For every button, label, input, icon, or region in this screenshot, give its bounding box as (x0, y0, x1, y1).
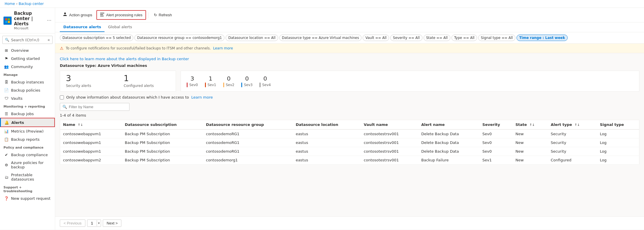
more-options-icon[interactable]: ··· (47, 18, 51, 23)
col-state: State ↑↓ (512, 120, 548, 130)
sidebar-item-metrics[interactable]: 📊 Metrics (Preview) (0, 127, 55, 135)
filter-input-box[interactable]: 🔍 (60, 103, 129, 111)
tab-datasource-alerts[interactable]: Datasource alerts (60, 22, 105, 32)
configured-alerts-card[interactable]: 1 Configured alerts (118, 71, 176, 92)
sidebar-item-backup-compliance[interactable]: ✔ Backup compliance (0, 151, 55, 159)
filter-chip-type[interactable]: Type == All (451, 35, 477, 41)
sort-alert-type-icon[interactable]: ↑↓ (575, 123, 580, 127)
col-resource-group: Datasource resource group (203, 120, 293, 130)
sort-name-icon[interactable]: ↑↓ (78, 123, 83, 127)
access-learn-more[interactable]: Learn more (191, 95, 213, 99)
sort-state-icon[interactable]: ↑↓ (529, 123, 535, 127)
sidebar-item-protectable-datasources[interactable]: 🗂 Protectable datasources (0, 171, 55, 183)
page-chevron[interactable]: ▾ (97, 220, 101, 226)
security-alerts-card[interactable]: 3 Security alerts (60, 71, 118, 92)
sev1-label: Sev1 (208, 83, 216, 87)
info-banner: ⚠ To configure notifications for success… (55, 44, 644, 53)
cell-name: contosowebappvm2 (60, 156, 122, 165)
policy-section-label: Policy and compliance (0, 143, 55, 151)
table-row[interactable]: contosowebappvm2Backup PM Subscriptionco… (60, 156, 639, 165)
sidebar-item-alerts[interactable]: 🔔 Alerts (0, 118, 55, 127)
app-logo (3, 17, 12, 25)
svg-rect-5 (100, 14, 103, 15)
tab-global-alerts[interactable]: Global alerts (105, 22, 135, 32)
sev3-item[interactable]: 0 Sev3 (241, 75, 253, 87)
sev3-count: 0 (245, 75, 249, 82)
sev2-item[interactable]: 0 Sev2 (223, 75, 235, 87)
sidebar-item-label: New support request (11, 196, 51, 201)
check-icon: ✔ (4, 152, 9, 157)
alert-processing-label: Alert processing rules (106, 13, 143, 17)
sev2-bar (223, 83, 224, 87)
filter-chip-resource-group[interactable]: Datasource resource group == contosodemo… (134, 35, 224, 41)
filter-chip-severity[interactable]: Severity == All (390, 35, 422, 41)
sidebar-item-backup-policies[interactable]: 📄 Backup policies (0, 86, 55, 94)
sidebar-item-label: Backup policies (11, 88, 40, 92)
sidebar-title-block: Backup center | Alerts Microsoft (14, 11, 45, 30)
search-box[interactable]: 🔍 Search (Ctrl+/) « (2, 36, 53, 44)
page-title: Backup center | Alerts (14, 11, 45, 26)
collapse-icon[interactable]: « (47, 38, 50, 42)
table-row[interactable]: contosowebappvm1Backup PM Subscriptionco… (60, 147, 639, 156)
sev4-label: Sev4 (262, 83, 271, 87)
filter-chip-time-range[interactable]: Time range : Last week (517, 35, 568, 41)
sidebar-item-label: Azure policies for backup (11, 161, 51, 169)
cell-state: New (512, 138, 548, 147)
toolbar: Action groups Alert processing rules ↻ R… (55, 8, 644, 22)
filter-chip-datasource-type[interactable]: Datasource type == Azure Virtual machine… (279, 35, 362, 41)
list-icon: ☰ (4, 111, 9, 116)
info-learn-more-link[interactable]: Learn more (213, 46, 233, 50)
alert-processing-rules-button[interactable]: Alert processing rules (96, 10, 146, 20)
previous-page-button[interactable]: < Previous (60, 220, 85, 227)
sev2-count: 0 (227, 75, 231, 82)
refresh-label: Refresh (159, 13, 172, 17)
refresh-button[interactable]: ↻ Refresh (151, 11, 175, 19)
action-groups-label: Action groups (69, 13, 92, 17)
cell-location: eastus (293, 147, 361, 156)
sidebar-item-azure-policies[interactable]: ⚙ Azure policies for backup (0, 159, 55, 171)
cell-subscription: Backup PM Subscription (122, 156, 203, 165)
filter-chip-subscription[interactable]: Datasource subscription == 5 selected (60, 35, 133, 41)
access-checkbox[interactable] (60, 95, 64, 99)
filter-chip-signal-type[interactable]: Signal type == All (478, 35, 515, 41)
sidebar-item-overview[interactable]: ⊞ Overview (0, 46, 55, 54)
sev1-item[interactable]: 1 Sev1 (205, 75, 216, 87)
cell-alert_type: Security (548, 138, 597, 147)
sev4-item[interactable]: 0 Sev4 (260, 75, 271, 87)
filter-chip-location[interactable]: Datasource location == All (226, 35, 278, 41)
breadcrumb-home[interactable]: Home (5, 2, 15, 6)
sidebar-header: Backup center | Alerts Microsoft ··· (0, 8, 55, 33)
sidebar-item-vaults[interactable]: 🛡 Vaults (0, 94, 55, 102)
sidebar-item-new-support[interactable]: ❓ New support request (0, 194, 55, 202)
toolbar-separator (148, 12, 149, 18)
access-label: Only show information about datasources … (66, 95, 189, 99)
sidebar-item-backup-reports[interactable]: 📋 Backup reports (0, 135, 55, 143)
data-icon: 🗂 (4, 175, 9, 179)
cell-severity: Sev0 (479, 147, 512, 156)
svg-rect-0 (5, 18, 7, 20)
cell-resource_group: contosodemoRG1 (203, 138, 293, 147)
next-page-button[interactable]: Next > (103, 220, 121, 227)
filter-name-input[interactable] (69, 105, 127, 109)
table-row[interactable]: contosowebappvm1Backup PM Subscriptionco… (60, 129, 639, 138)
sidebar-item-label: Backup instances (11, 80, 44, 84)
sidebar-item-backup-instances[interactable]: 🗄 Backup instances (0, 78, 55, 86)
col-vault-name: Vault name (361, 120, 418, 130)
page-number-field[interactable] (87, 220, 97, 227)
table-row[interactable]: contosowebappvm1Backup PM Subscriptionco… (60, 138, 639, 147)
people-icon: 👥 (4, 64, 9, 69)
sev0-bar (187, 83, 188, 87)
alerts-table: Name ↑↓ Datasource subscription Datasour… (60, 120, 639, 165)
breadcrumb-current[interactable]: Backup center (19, 2, 44, 6)
col-alert-type: Alert type ↑↓ (548, 120, 597, 130)
sidebar-item-getting-started[interactable]: ⚑ Getting started (0, 54, 55, 63)
sidebar-item-backup-jobs[interactable]: ☰ Backup jobs (0, 110, 55, 118)
cell-name: contosowebappvm1 (60, 147, 122, 156)
action-groups-button[interactable]: Action groups (60, 11, 95, 19)
sev0-item[interactable]: 3 Sev0 (187, 75, 198, 87)
filter-chip-vault[interactable]: Vault == All (363, 35, 389, 41)
filter-chip-state[interactable]: State == All (424, 35, 450, 41)
cell-vault_name: contosotestrsv001 (361, 156, 418, 165)
sidebar-item-community[interactable]: 👥 Community (0, 63, 55, 71)
learn-more-link[interactable]: Click here to learn more about the alert… (60, 57, 639, 61)
